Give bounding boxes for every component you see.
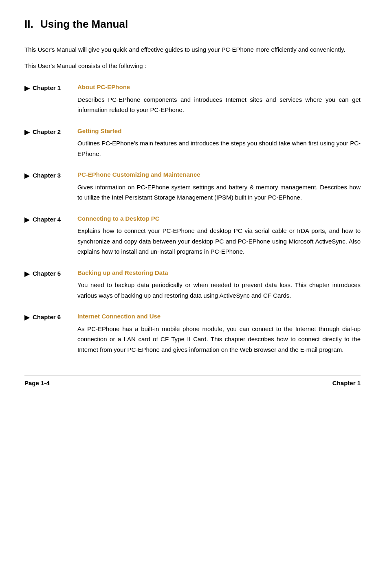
footer-right: Chapter 1 [332,379,361,388]
chapter-title[interactable]: About PC-EPhone [77,83,361,92]
chapter-item: ▶Chapter 1About PC-EPhoneDescribes PC-EP… [24,83,361,115]
chapter-label: Chapter 1 [33,83,61,93]
chapter-title[interactable]: PC-EPhone Customizing and Maintenance [77,170,361,180]
chapter-arrow-col: ▶Chapter 4 [24,214,77,225]
chapter-title[interactable]: Internet Connection and Use [77,312,361,321]
chapter-label: Chapter 2 [33,127,61,137]
page-title: II. Using the Manual [24,16,361,32]
chapter-arrow-col: ▶Chapter 1 [24,83,77,93]
chapter-content: Connecting to a Desktop PCExplains how t… [77,214,361,257]
chapter-description: You need to backup data periodically or … [77,280,361,301]
chapter-title[interactable]: Connecting to a Desktop PC [77,214,361,224]
chapter-item: ▶Chapter 4Connecting to a Desktop PCExpl… [24,214,361,257]
chapter-content: Internet Connection and UseAs PC-EPhone … [77,312,361,355]
chapter-description: Describes PC-EPhone components and intro… [77,94,361,115]
chapter-arrow-icon: ▶ [24,83,29,93]
chapter-label: Chapter 4 [33,215,61,224]
section-title: Using the Manual [40,18,128,30]
chapter-arrow-icon: ▶ [24,127,29,137]
chapter-title[interactable]: Getting Started [77,127,361,136]
chapter-arrow-icon: ▶ [24,215,29,225]
chapter-list: ▶Chapter 1About PC-EPhoneDescribes PC-EP… [24,83,361,355]
chapter-arrow-col: ▶Chapter 2 [24,127,77,137]
chapter-content: Backing up and Restoring DataYou need to… [77,268,361,301]
chapter-item: ▶Chapter 6Internet Connection and UseAs … [24,312,361,355]
chapter-item: ▶Chapter 3PC-EPhone Customizing and Main… [24,170,361,203]
chapter-content: Getting StartedOutlines PC-EPhone's main… [77,127,361,159]
section-number: II. [24,18,33,30]
chapter-label: Chapter 3 [33,171,61,180]
intro-paragraph-1: This User's Manual will give you quick a… [24,44,361,55]
chapter-label: Chapter 5 [33,269,61,279]
chapter-description: Gives information on PC-EPhone system se… [77,182,361,203]
chapter-title[interactable]: Backing up and Restoring Data [77,268,361,278]
page-footer: Page 1-4 Chapter 1 [24,375,361,388]
chapter-arrow-col: ▶Chapter 3 [24,170,77,181]
chapter-item: ▶Chapter 5Backing up and Restoring DataY… [24,268,361,301]
chapter-description: Outlines PC-EPhone's main features and i… [77,138,361,159]
chapter-arrow-icon: ▶ [24,313,29,323]
chapter-arrow-col: ▶Chapter 6 [24,312,77,323]
chapter-description: Explains how to connect your PC-EPhone a… [77,226,361,257]
footer-left: Page 1-4 [24,379,50,388]
chapter-arrow-col: ▶Chapter 5 [24,268,77,279]
chapter-arrow-icon: ▶ [24,269,29,279]
chapter-arrow-icon: ▶ [24,171,29,181]
chapter-item: ▶Chapter 2Getting StartedOutlines PC-EPh… [24,127,361,159]
chapter-content: PC-EPhone Customizing and MaintenanceGiv… [77,170,361,203]
chapter-description: As PC-EPhone has a built-in mobile phone… [77,324,361,355]
chapter-label: Chapter 6 [33,313,61,322]
intro-paragraph-2: This User's Manual consists of the follo… [24,61,361,71]
chapter-content: About PC-EPhoneDescribes PC-EPhone compo… [77,83,361,115]
